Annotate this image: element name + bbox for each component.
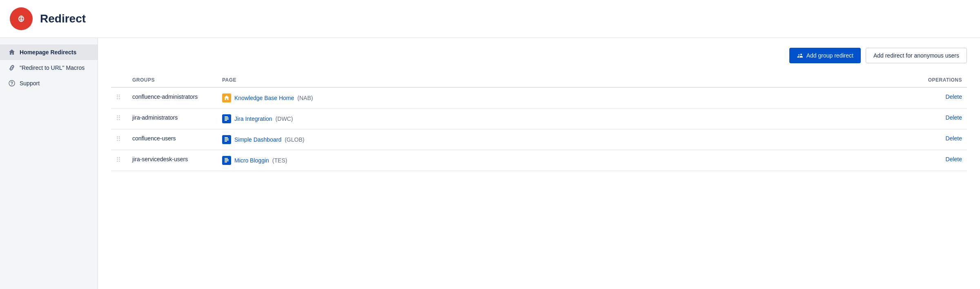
svg-rect-12 [225, 158, 228, 159]
main-layout: Homepage Redirects "Redirect to URL" Mac… [0, 38, 980, 289]
col-groups-header: Groups [127, 73, 217, 87]
toolbar: Add group redirect Add redirect for anon… [111, 48, 967, 63]
add-group-redirect-button[interactable]: Add group redirect [789, 48, 861, 63]
page-space: (GLOB) [285, 136, 304, 143]
page-link[interactable]: Micro Bloggin [234, 157, 269, 164]
page-space: (DWC) [276, 116, 293, 122]
sidebar-item-homepage-redirects[interactable]: Homepage Redirects [0, 44, 98, 60]
page-doc-icon [222, 135, 231, 144]
page-doc-icon [222, 156, 231, 165]
table-row: ⠿confluence-users Simple Dashboard (GLOB… [111, 129, 967, 150]
drag-handle[interactable]: ⠿ [111, 129, 127, 150]
sidebar-label-support: Support [20, 80, 40, 87]
page-cell: Simple Dashboard (GLOB) [217, 129, 739, 150]
page-cell: Micro Bloggin (TES) [217, 150, 739, 171]
sidebar-label-redirect-macros: "Redirect to URL" Macros [20, 64, 85, 71]
svg-rect-4 [225, 116, 228, 117]
sidebar-item-redirect-macros[interactable]: "Redirect to URL" Macros [0, 60, 98, 76]
table-row: ⠿confluence-administrators Knowledge Bas… [111, 87, 967, 109]
page-link[interactable]: Jira Integration [234, 116, 272, 122]
drag-dots-icon: ⠿ [116, 94, 122, 101]
operations-cell: Delete [739, 87, 967, 109]
page-link[interactable]: Knowledge Base Home [234, 95, 294, 101]
link-icon [8, 64, 16, 71]
drag-handle[interactable]: ⠿ [111, 150, 127, 171]
group-name: jira-servicedesk-users [132, 156, 188, 162]
header: Redirect [0, 0, 980, 38]
operations-cell: Delete [739, 129, 967, 150]
delete-button[interactable]: Delete [946, 114, 962, 121]
sidebar-item-support[interactable]: Support [0, 76, 98, 91]
page-cell: Knowledge Base Home (NAB) [217, 87, 739, 109]
drag-dots-icon: ⠿ [116, 136, 122, 142]
svg-rect-11 [225, 141, 227, 142]
svg-rect-15 [225, 162, 227, 162]
content-area: Add group redirect Add redirect for anon… [98, 38, 980, 289]
svg-rect-8 [225, 137, 228, 138]
table-header-row: Groups Page Operations [111, 73, 967, 87]
col-operations-header: Operations [739, 73, 967, 87]
delete-button[interactable]: Delete [946, 93, 962, 100]
svg-rect-5 [225, 118, 229, 118]
table-row: ⠿jira-administrators Jira Integration (D… [111, 109, 967, 129]
group-name: confluence-users [132, 135, 176, 142]
group-icon [797, 52, 803, 59]
group-cell: confluence-administrators [127, 87, 217, 109]
page-doc-icon [222, 114, 231, 123]
page-space: (TES) [272, 157, 287, 164]
col-page-header: Page [217, 73, 739, 87]
page-info: Micro Bloggin (TES) [222, 156, 735, 165]
drag-handle[interactable]: ⠿ [111, 87, 127, 109]
svg-rect-13 [225, 159, 229, 160]
add-anon-redirect-button[interactable]: Add redirect for anonymous users [866, 48, 967, 63]
home-icon [8, 49, 16, 56]
drag-dots-icon: ⠿ [116, 115, 122, 122]
group-name: confluence-administrators [132, 93, 198, 100]
group-cell: jira-administrators [127, 109, 217, 129]
svg-rect-9 [225, 138, 229, 139]
delete-button[interactable]: Delete [946, 156, 962, 162]
svg-rect-7 [225, 120, 227, 121]
page-cell: Jira Integration (DWC) [217, 109, 739, 129]
page-space: (NAB) [297, 95, 313, 101]
svg-rect-6 [225, 119, 229, 120]
page-title: Redirect [40, 12, 86, 25]
page-info: Simple Dashboard (GLOB) [222, 135, 735, 144]
group-cell: jira-servicedesk-users [127, 150, 217, 171]
page-info: Jira Integration (DWC) [222, 114, 735, 123]
svg-rect-14 [225, 160, 229, 161]
question-icon [8, 80, 16, 87]
page-info: Knowledge Base Home (NAB) [222, 93, 735, 102]
app-logo [10, 7, 33, 30]
svg-rect-10 [225, 140, 229, 140]
page-home-icon [222, 93, 231, 102]
add-group-redirect-label: Add group redirect [806, 52, 853, 59]
operations-cell: Delete [739, 109, 967, 129]
table-row: ⠿jira-servicedesk-users Micro Bloggin (T… [111, 150, 967, 171]
add-anon-redirect-label: Add redirect for anonymous users [873, 52, 959, 59]
sidebar: Homepage Redirects "Redirect to URL" Mac… [0, 38, 98, 289]
page-link[interactable]: Simple Dashboard [234, 136, 281, 143]
delete-button[interactable]: Delete [946, 135, 962, 142]
drag-dots-icon: ⠿ [116, 156, 122, 163]
svg-point-3 [11, 85, 12, 86]
group-name: jira-administrators [132, 114, 178, 121]
redirects-table: Groups Page Operations ⠿confluence-admin… [111, 73, 967, 171]
col-drag [111, 73, 127, 87]
drag-handle[interactable]: ⠿ [111, 109, 127, 129]
sidebar-label-homepage-redirects: Homepage Redirects [20, 49, 76, 56]
group-cell: confluence-users [127, 129, 217, 150]
operations-cell: Delete [739, 150, 967, 171]
